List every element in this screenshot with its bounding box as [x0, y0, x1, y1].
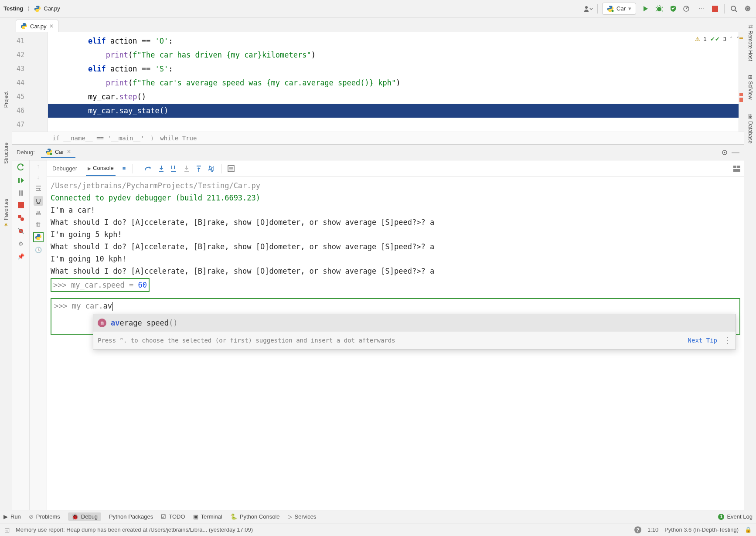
- history-icon[interactable]: 🕓: [35, 247, 42, 253]
- soft-wrap-icon[interactable]: [35, 185, 42, 192]
- view-breakpoints-icon[interactable]: [17, 214, 24, 221]
- warning-count: 1: [704, 36, 707, 42]
- todo-tool-button[interactable]: ☑TODO: [161, 513, 185, 520]
- close-tab-icon[interactable]: ✕: [49, 23, 54, 29]
- pin-tab-icon[interactable]: 📌: [17, 253, 24, 260]
- terminal-tool-button[interactable]: ▣Terminal: [193, 513, 222, 520]
- autocomplete-popup[interactable]: m average_speed() Press ^. to choose the…: [93, 314, 736, 349]
- debug-tool-button[interactable]: 🐞Debug: [68, 512, 101, 521]
- inspection-widget[interactable]: ⚠ 1 ✔✔ 3 ˄ ˅: [695, 36, 739, 42]
- error-stripe[interactable]: [739, 32, 744, 132]
- layout-settings-icon[interactable]: [733, 166, 740, 172]
- debug-label: Debug:: [17, 149, 35, 156]
- editor-code-area[interactable]: elif action == 'O': print(f"The car has …: [48, 32, 744, 132]
- prev-highlight-icon[interactable]: ˄: [730, 36, 733, 42]
- step-over-icon[interactable]: [144, 165, 152, 172]
- search-everywhere-button[interactable]: [729, 4, 739, 14]
- step-out-icon[interactable]: [196, 165, 202, 172]
- rerun-icon[interactable]: [17, 163, 25, 171]
- debug-settings-icon[interactable]: ⚙: [18, 241, 24, 247]
- stop-icon[interactable]: [18, 202, 24, 208]
- svg-rect-21: [733, 169, 740, 172]
- step-into-my-code-icon[interactable]: [170, 165, 177, 172]
- remote-host-tool-button[interactable]: ⇅Remote Host: [747, 22, 753, 64]
- scroll-to-end-icon[interactable]: [34, 196, 43, 206]
- structure-tool-button[interactable]: Structure: [3, 142, 9, 164]
- console-input-area[interactable]: >>> my_car.av m average_speed() Press ^.…: [51, 298, 740, 335]
- svg-point-10: [724, 152, 725, 153]
- stop-button[interactable]: [710, 4, 720, 14]
- debug-tool-window-header: Debug: Car ✕ —: [12, 145, 744, 160]
- user-dropdown-icon[interactable]: [583, 4, 593, 14]
- svg-point-2: [657, 7, 661, 11]
- favorites-tool-button[interactable]: ★Favorites: [3, 199, 9, 228]
- console-file-path: /Users/jetbrains/PycharmProjects/Testing…: [51, 181, 260, 190]
- sciview-tool-button[interactable]: ⊞SciView: [747, 72, 753, 102]
- editor-gutter[interactable]: 41424344454647: [12, 32, 48, 132]
- evaluate-expression-icon[interactable]: [228, 165, 235, 172]
- debug-settings-icon[interactable]: [721, 149, 728, 156]
- bottom-tool-stripe: ▶Run ⊘Problems 🐞Debug Python Packages ☑T…: [0, 510, 756, 523]
- svg-rect-14: [18, 202, 24, 208]
- editor-breadcrumbs[interactable]: if __name__ == '__main__' ⟩ while True: [12, 132, 744, 145]
- force-step-into-icon[interactable]: [184, 165, 190, 172]
- breadcrumb-item[interactable]: while True: [160, 135, 197, 142]
- svg-rect-4: [712, 6, 718, 12]
- pause-icon[interactable]: [18, 190, 24, 196]
- database-tool-button[interactable]: 🗄Database: [747, 111, 753, 146]
- warning-icon: ⚠: [695, 36, 700, 42]
- svg-point-1: [612, 10, 614, 12]
- breadcrumb-file[interactable]: Car.py: [44, 5, 60, 12]
- clear-icon[interactable]: 🗑: [35, 221, 41, 227]
- editor-tab-car[interactable]: Car.py ✕: [16, 20, 58, 32]
- show-python-prompt-icon[interactable]: [33, 232, 44, 242]
- up-stack-icon[interactable]: ↑: [37, 163, 40, 170]
- run-configuration-selector[interactable]: Car ▾: [602, 3, 636, 15]
- svg-point-5: [731, 6, 736, 10]
- services-tool-button[interactable]: ▷Services: [288, 513, 317, 520]
- python-packages-tool-button[interactable]: Python Packages: [109, 513, 153, 520]
- editor-tab-label: Car.py: [30, 23, 47, 30]
- python-console-tool-button[interactable]: 🐍Python Console: [230, 513, 280, 520]
- editor-tabs: Car.py ✕: [12, 17, 744, 32]
- problems-tool-button[interactable]: ⊘Problems: [29, 513, 60, 520]
- settings-button[interactable]: [743, 4, 753, 14]
- svg-rect-12: [19, 190, 20, 196]
- breadcrumb-item[interactable]: if __name__ == '__main__': [52, 135, 144, 142]
- print-icon[interactable]: 🖶: [35, 210, 41, 217]
- down-stack-icon[interactable]: ↓: [37, 174, 40, 180]
- more-run-icon[interactable]: ⋯: [696, 4, 706, 14]
- step-into-icon[interactable]: [158, 165, 164, 172]
- separator: [724, 4, 725, 14]
- coverage-button[interactable]: [668, 4, 678, 14]
- profile-button[interactable]: [682, 4, 692, 14]
- close-debug-tab-icon[interactable]: ✕: [67, 149, 71, 155]
- mute-breakpoints-icon[interactable]: [17, 227, 24, 234]
- resume-icon[interactable]: [17, 177, 24, 184]
- debug-console[interactable]: /Users/jetbrains/PycharmProjects/Testing…: [47, 177, 744, 523]
- check-icon: ✔✔: [710, 36, 720, 42]
- autocomplete-item[interactable]: m average_speed(): [93, 314, 736, 332]
- run-tool-button[interactable]: ▶Run: [3, 513, 21, 520]
- console-tab[interactable]: ▶Console: [86, 161, 116, 176]
- more-options-icon[interactable]: ⋮: [723, 334, 731, 346]
- breadcrumb-root[interactable]: Testing: [3, 5, 23, 12]
- svg-point-16: [20, 217, 24, 221]
- breadcrumbs[interactable]: Testing ⟩ Car.py: [3, 5, 60, 12]
- code-editor[interactable]: 41424344454647 elif action == 'O': print…: [12, 32, 744, 132]
- debug-config-tab[interactable]: Car ✕: [41, 146, 75, 158]
- project-tool-button[interactable]: Project: [3, 92, 9, 108]
- event-log-tool-button[interactable]: 1Event Log: [718, 513, 753, 520]
- console-connected-line: Connected to pydev debugger (build 211.6…: [51, 192, 740, 204]
- run-button[interactable]: [640, 4, 650, 14]
- debug-button[interactable]: [654, 4, 664, 14]
- run-to-cursor-icon[interactable]: [208, 165, 215, 172]
- hide-tool-window-icon[interactable]: —: [732, 148, 739, 157]
- navigation-bar: Testing ⟩ Car.py Car ▾ ⋯: [0, 0, 756, 17]
- run-config-label: Car: [616, 5, 626, 12]
- left-tool-stripe: Project Structure ★Favorites: [0, 17, 12, 523]
- debug-config-name: Car: [55, 149, 64, 155]
- debugger-tab[interactable]: Debugger: [51, 162, 79, 175]
- next-tip-link[interactable]: Next Tip: [688, 334, 717, 346]
- svg-point-0: [585, 6, 588, 9]
